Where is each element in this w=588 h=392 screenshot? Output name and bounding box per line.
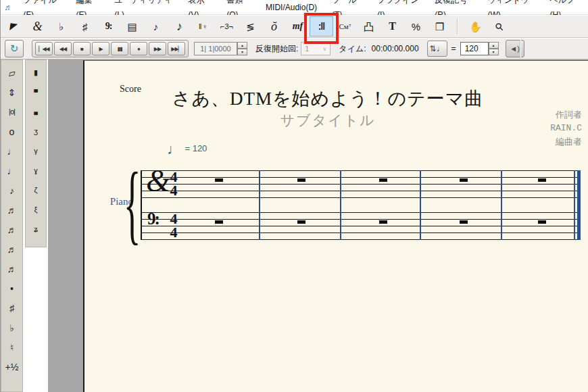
sixtyfourth-rest-tool[interactable]: ξ [27, 200, 45, 220]
whole-rest[interactable] [379, 178, 387, 182]
whole-rest[interactable] [215, 178, 223, 182]
hyperscribe-tool-button[interactable]: ‖♀ [191, 16, 215, 36]
spinner-down-icon[interactable]: ▾ [489, 49, 499, 55]
whole-rest[interactable] [460, 220, 468, 224]
grand-staff-system[interactable]: & 9: 4 4 4 4 [141, 170, 581, 240]
eighth-rest-tool[interactable]: γ [27, 141, 45, 161]
tempo-unit-button[interactable]: ⇅♩ [427, 41, 447, 57]
lyricist-label[interactable]: 作詞者 [550, 108, 582, 122]
whole-rest[interactable] [538, 220, 546, 224]
resize-tool-button[interactable]: % [404, 16, 428, 36]
final-barline[interactable] [577, 170, 581, 240]
arranger-label[interactable]: 編曲者 [550, 135, 582, 149]
measure-barline[interactable] [259, 170, 260, 240]
time-signature-tool-button[interactable]: ♯ [73, 16, 97, 36]
flat-tool[interactable]: ♭ [3, 318, 21, 337]
tempo-spinner[interactable]: ▴ ▾ [489, 42, 499, 55]
final-barline[interactable] [574, 170, 575, 240]
stop-button[interactable]: ■ [73, 42, 91, 55]
spinner-down-icon[interactable]: ▾ [237, 49, 247, 55]
repitch-tool[interactable]: ⇕ [3, 82, 21, 102]
repeat-tool-button[interactable]: :‖ [310, 16, 333, 36]
spinner-up-icon[interactable]: ▴ [489, 42, 499, 49]
go-to-start-button[interactable]: ▏◀◀ [35, 42, 53, 55]
double-whole-rest-tool[interactable]: ▮ [27, 63, 45, 82]
hand-grabber-tool-button[interactable]: ✋ [464, 16, 487, 36]
measure-tool-button[interactable]: ▤ [120, 16, 144, 36]
score-canvas[interactable]: Score さあ、DTMを始めよう！のテーマ曲 サブタイトル 作詞者 RAIN.… [48, 59, 588, 392]
tempo-marking[interactable]: ♩ = 120 [167, 141, 207, 158]
measure-barline[interactable] [501, 170, 502, 240]
sixteenth-note-icon: ♬ [7, 205, 17, 215]
page-layout-tool-button[interactable]: ❐ [428, 16, 451, 36]
quarter-rest-tool[interactable]: ʒ [27, 122, 45, 141]
composer-name[interactable]: RAIN.C [550, 122, 582, 135]
staff-tool-button[interactable]: & [26, 16, 49, 36]
thirtysecond-rest-tool[interactable]: ζ [27, 180, 45, 200]
clef-tool-button[interactable]: 9: [97, 16, 120, 36]
loop-playback-button[interactable]: ↻ [5, 40, 24, 57]
half-note-tool[interactable]: ♩ [3, 141, 21, 161]
eighth-note-tool[interactable]: ♪ [3, 180, 21, 200]
simple-entry-tool-button[interactable]: ♪ [144, 16, 168, 36]
quarter-rest-icon: ʒ [34, 128, 38, 135]
measure-barline[interactable] [420, 170, 421, 240]
playback-position-counter[interactable]: 1| 1|0000 [194, 42, 237, 55]
fast-forward-icon: ▶▶ [154, 46, 161, 52]
augmentation-dot-tool[interactable]: • [3, 278, 21, 298]
half-step-tool[interactable]: +½ [3, 357, 21, 376]
tempo-input[interactable]: 120 [460, 42, 489, 55]
text-t-icon: T [389, 21, 396, 32]
menu-midi-audio[interactable]: MIDI/Audio(D) [258, 0, 324, 15]
fast-forward-button[interactable]: ▶▶ [149, 42, 166, 55]
counter-spinner[interactable]: ▴ ▾ [237, 42, 247, 55]
treble-staff[interactable] [141, 170, 581, 198]
whole-rest[interactable] [460, 178, 468, 182]
selection-tool-button[interactable]: ◤ [2, 16, 26, 36]
speedy-entry-tool-button[interactable]: ♪ [168, 16, 191, 36]
whole-rest-tool[interactable]: ▀ [27, 82, 45, 102]
whole-rest[interactable] [297, 178, 305, 182]
smart-shape-tool-button[interactable]: ≶ [239, 16, 262, 36]
score-title[interactable]: さあ、DTMを始めよう！のテーマ曲 [84, 87, 571, 111]
double-whole-note-tool[interactable]: |o| [3, 102, 21, 122]
text-tool-button[interactable]: T [381, 16, 404, 36]
score-subtitle[interactable]: サブタイトル [84, 111, 571, 130]
chord-tool-button[interactable]: Cᴍ⁷ [333, 16, 357, 36]
eraser-tool[interactable]: ▱ [3, 63, 21, 82]
measure-barline[interactable] [340, 170, 341, 240]
hundredtwentyeighth-note-tool[interactable]: ♬ [3, 259, 21, 278]
whole-rest[interactable] [538, 178, 546, 182]
pause-button[interactable]: ▮▮ [111, 42, 128, 55]
articulation-tool-button[interactable]: ŏ [262, 16, 286, 36]
bass-staff[interactable] [141, 212, 581, 240]
natural-tool[interactable]: ♮ [3, 337, 21, 357]
lyrics-tool-button[interactable]: 凸 [357, 16, 381, 36]
sixtyfourth-note-tool[interactable]: ♬ [3, 239, 21, 259]
score-page[interactable]: Score さあ、DTMを始めよう！のテーマ曲 サブタイトル 作詞者 RAIN.… [83, 60, 588, 392]
flat-icon: ♭ [9, 323, 14, 333]
hundredtwentyeighth-rest-tool[interactable]: ʑ [27, 220, 45, 239]
sixteenth-note-tool[interactable]: ♬ [3, 200, 21, 220]
rewind-button[interactable]: ◀◀ [54, 42, 72, 55]
repeat-start-combo[interactable]: 1 ∨ [301, 42, 330, 55]
expression-tool-button[interactable]: mf [286, 16, 310, 36]
whole-rest[interactable] [297, 220, 305, 224]
play-button[interactable]: ▶ [92, 42, 109, 55]
zoom-tool-button[interactable]: ⚲ [487, 16, 511, 36]
audio-settings-button[interactable]: ◄) [506, 40, 524, 57]
whole-rest[interactable] [215, 220, 223, 224]
sixteenth-rest-tool[interactable]: ɣ [27, 161, 45, 180]
spinner-up-icon[interactable]: ▴ [237, 42, 247, 49]
go-to-end-button[interactable]: ▶▶▏ [168, 42, 185, 55]
thirtysecond-note-tool[interactable]: ♬ [3, 220, 21, 239]
whole-rest[interactable] [379, 220, 387, 224]
sharp-tool[interactable]: ♯ [3, 298, 21, 318]
record-button[interactable]: ● [130, 42, 147, 55]
half-rest-tool[interactable]: ▄ [27, 102, 45, 122]
whole-note-tool[interactable]: o [3, 122, 21, 141]
key-signature-tool-button[interactable]: ♭ [49, 16, 73, 36]
tuplet-tool-button[interactable]: ⌐3¬ [215, 16, 239, 36]
quarter-note-tool[interactable]: ♩ [3, 161, 21, 180]
tempo-value-text: = 120 [185, 143, 207, 153]
